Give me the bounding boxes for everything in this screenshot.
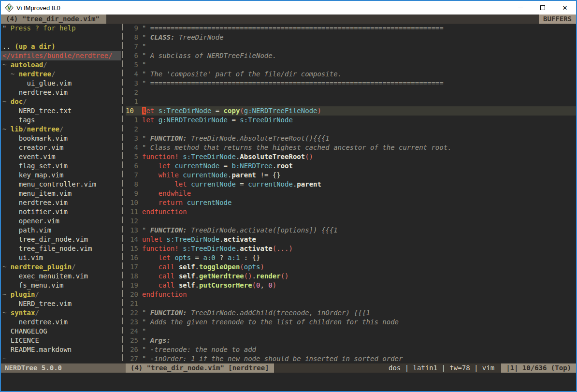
maximize-button[interactable] — [532, 1, 554, 15]
gutter-padding — [138, 308, 142, 318]
nerdtree-item[interactable]: ~ — [1, 354, 121, 363]
nerdtree-item[interactable]: ~ nerdtree_plugin/ — [1, 262, 121, 272]
nerdtree-item[interactable]: README.markdown — [1, 345, 121, 354]
nerdtree-item[interactable]: ui_glue.vim — [1, 79, 121, 88]
nerdtree-item[interactable]: opener.vim — [1, 217, 121, 226]
code-line[interactable]: 13" FUNCTION: TreeDirNode.activate([opti… — [126, 226, 576, 235]
syntax-segment: " — [142, 61, 146, 69]
syntax-segment: tree_file_node.vim — [2, 245, 92, 252]
syntax-segment: nerdtree.vim — [2, 199, 68, 206]
window-split-separator[interactable] — [121, 24, 126, 363]
nerdtree-item[interactable]: ~ plugin/ — [1, 290, 121, 299]
code-line[interactable]: 20endfunction — [126, 290, 576, 299]
code-line[interactable]: 9" =====================================… — [126, 24, 576, 33]
nerdtree-root-item[interactable]: </vimfiles/bundle/nerdtree/ — [1, 51, 121, 60]
line-number: 13 — [126, 226, 138, 235]
code-line[interactable]: 18 call self.getNerdtree().render() — [126, 272, 576, 281]
nerdtree-item[interactable]: ~ autoload/ — [1, 60, 121, 70]
nerdtree-item[interactable] — [1, 33, 121, 42]
minimize-icon — [518, 8, 523, 8]
code-line[interactable]: 9 endwhile — [126, 189, 576, 198]
nerdtree-item[interactable]: path.vim — [1, 226, 121, 235]
code-line[interactable]: 8" CLASS: TreeDirNode — [126, 33, 576, 42]
active-buffer-tab[interactable]: (4) "tree_dir_node.vim" — [1, 15, 106, 24]
current-code-line[interactable]: 10let s:TreeDirNode = copy(g:NERDTreeFil… — [126, 106, 576, 116]
nerdtree-item[interactable]: fs_menu.vim — [1, 281, 121, 290]
nerdtree-item[interactable]: ~ doc/ — [1, 97, 121, 106]
nerdtree-item[interactable]: ui.vim — [1, 253, 121, 262]
code-line[interactable]: 16 let opts = a:0 ? a:1 : {} — [126, 253, 576, 262]
nerdtree-item[interactable]: ~ syntax/ — [1, 308, 121, 318]
nerdtree-item[interactable]: LICENCE — [1, 336, 121, 345]
nerdtree-item[interactable]: creator.vim — [1, 143, 121, 152]
nerdtree-item[interactable]: nerdtree.vim — [1, 318, 121, 327]
code-line[interactable]: 11endfunction — [126, 207, 576, 217]
nerdtree-item[interactable]: key_map.vim — [1, 171, 121, 180]
command-line[interactable] — [1, 373, 576, 391]
nerdtree-item[interactable]: nerdtree.vim — [1, 88, 121, 97]
code-line[interactable]: 7 while currentNode.parent != {} — [126, 171, 576, 180]
nerdtree-item[interactable]: ~ lib/nerdtree/ — [1, 125, 121, 134]
code-line[interactable]: 14unlet s:TreeDirNode.activate — [126, 235, 576, 244]
code-line[interactable]: 7" — [126, 42, 576, 51]
code-line[interactable]: 22" FUNCTION: TreeDirNode.addChild(treen… — [126, 308, 576, 318]
code-text: " Adds the given treenode to the list of… — [142, 318, 576, 327]
code-line[interactable]: 1 — [126, 97, 576, 106]
code-line[interactable]: 27" -inOrder: 1 if the new node should b… — [126, 354, 576, 363]
nerdtree-item[interactable]: tags — [1, 116, 121, 125]
nerdtree-item[interactable]: NERD_tree.vim — [1, 299, 121, 308]
code-line[interactable]: 26" -treenode: the node to add — [126, 345, 576, 354]
code-line[interactable]: 8 let currentNode = currentNode.parent — [126, 180, 576, 189]
nerdtree-item[interactable]: tree_file_node.vim — [1, 244, 121, 253]
code-line[interactable]: 6" A subclass of NERDTreeFileNode. — [126, 51, 576, 60]
code-line[interactable]: 4" Class method that returns the highest… — [126, 143, 576, 152]
nerdtree-item[interactable]: menu_controller.vim — [1, 180, 121, 189]
line-number: 9 — [126, 189, 138, 198]
syntax-segment: fs_menu.vim — [2, 281, 63, 289]
close-icon: ✕ — [563, 5, 568, 11]
line-number: 2 — [126, 125, 138, 134]
syntax-segment: nerdtree.vim — [2, 88, 68, 96]
code-line[interactable]: 6 let currentNode = b:NERDTree.root — [126, 161, 576, 171]
nerdtree-item[interactable]: tree_dir_node.vim — [1, 235, 121, 244]
nerdtree-item[interactable]: bookmark.vim — [1, 134, 121, 143]
code-line[interactable]: 5" — [126, 60, 576, 70]
code-line[interactable]: 21 — [126, 299, 576, 308]
code-line[interactable]: 12 — [126, 217, 576, 226]
code-line[interactable]: 3" =====================================… — [126, 79, 576, 88]
syntax-segment: " — [142, 226, 150, 234]
code-line[interactable]: 2 — [126, 88, 576, 97]
nerdtree-item[interactable]: nerdtree.vim — [1, 198, 121, 207]
code-line[interactable]: 2 — [126, 125, 576, 134]
code-line[interactable]: 4" The 'composite' part of the file/dir … — [126, 70, 576, 79]
code-line[interactable]: 15function! s:TreeDirNode.activate(...) — [126, 244, 576, 253]
code-line[interactable]: 23" Adds the given treenode to the list … — [126, 318, 576, 327]
nerdtree-item[interactable]: flag_set.vim — [1, 161, 121, 171]
code-text: let currentNode = currentNode.parent — [142, 180, 576, 189]
code-line[interactable]: 25" Args: — [126, 336, 576, 345]
code-line[interactable]: 19 call self.putCursorHere(0, 0) — [126, 281, 576, 290]
code-editor[interactable]: 9" =====================================… — [126, 24, 576, 363]
nerdtree-item[interactable]: notifier.vim — [1, 207, 121, 217]
nerdtree-item[interactable]: ~ nerdtree/ — [1, 70, 121, 79]
code-line[interactable]: 17 call self.toggleOpen(opts) — [126, 262, 576, 272]
code-line[interactable]: 3" FUNCTION: TreeDirNode.AbsoluteTreeRoo… — [126, 134, 576, 143]
code-line[interactable]: 1let g:NERDTreeDirNode = s:TreeDirNode — [126, 116, 576, 125]
nerdtree-item[interactable]: " Press ? for help — [1, 24, 121, 33]
nerdtree-item[interactable]: event.vim — [1, 152, 121, 161]
close-button[interactable]: ✕ — [554, 1, 576, 15]
code-line[interactable]: 5function! s:TreeDirNode.AbsoluteTreeRoo… — [126, 152, 576, 161]
nerdtree-item[interactable]: NERD_tree.txt — [1, 106, 121, 116]
nerdtree-item[interactable]: CHANGELOG — [1, 327, 121, 336]
code-text: endwhile — [142, 189, 576, 198]
code-line[interactable]: 10 return currentNode — [126, 198, 576, 207]
nerdtree-item[interactable]: menu_item.vim — [1, 189, 121, 198]
syntax-segment: function! — [142, 153, 179, 160]
line-number: 26 — [126, 345, 138, 354]
nerdtree-item[interactable]: exec_menuitem.vim — [1, 272, 121, 281]
code-line[interactable]: 24" — [126, 327, 576, 336]
minimize-button[interactable] — [509, 1, 532, 15]
nerdtree-item[interactable]: .. (up a dir) — [1, 42, 121, 51]
syntax-segment: (up a dir) — [14, 43, 55, 50]
syntax-segment: ( — [240, 107, 244, 115]
